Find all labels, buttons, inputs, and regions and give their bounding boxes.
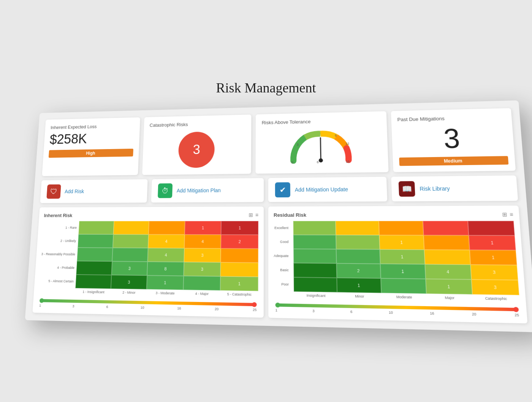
svg-text:15: 15	[346, 160, 350, 164]
heat-cell: 3	[184, 262, 221, 276]
add-risk-button[interactable]: 🛡 Add Risk	[40, 179, 147, 203]
heat-cell	[336, 235, 380, 249]
heat-cell: 1	[426, 279, 472, 294]
heat-cell: 3	[470, 265, 518, 280]
y-label-basic: Basic	[274, 263, 291, 277]
heat-cell	[183, 276, 220, 290]
residual-grid-wrapper: Poor Basic Adequate Good Excellent	[274, 221, 520, 304]
inherent-menu-icon[interactable]: ≡	[255, 212, 258, 218]
heat-cell	[77, 248, 112, 261]
svg-text:12: 12	[345, 142, 350, 146]
heat-cell	[424, 249, 470, 264]
heat-cell: 1	[469, 235, 516, 250]
heat-cell: 1	[221, 221, 258, 235]
heat-cell	[468, 221, 515, 235]
kpi-catastrophic: Catastrophic Risks 3	[142, 114, 252, 175]
past-due-label: Past Due Mitigations	[397, 114, 505, 122]
residual-heatmap-title: Residual Risk	[274, 212, 306, 218]
residual-y-labels: Poor Basic Adequate Good Excellent	[274, 221, 294, 300]
heat-cell: 3	[471, 280, 519, 295]
heatmap-row: Inherent Risk ⊞ ≡ 5 - Almost Certain 4 -…	[32, 206, 527, 324]
inherent-row-1: 3 1 1	[75, 275, 258, 291]
dashboard-board: Inherent Expected Loss $258K High Catast…	[25, 100, 532, 332]
heat-cell: 3	[111, 261, 147, 275]
y-label-4: 4 - Probable	[40, 261, 75, 274]
svg-text:9: 9	[335, 134, 337, 138]
heat-cell	[75, 275, 111, 289]
heat-cell	[112, 234, 149, 248]
residual-row-excellent: 1 1 3	[293, 277, 519, 295]
heat-cell	[293, 277, 337, 292]
add-mitigation-update-button[interactable]: ✔ Add Mitigation Update	[268, 177, 387, 202]
heat-cell: 8	[147, 262, 184, 276]
x-label-1: 1 - Insignificant	[76, 290, 111, 294]
inherent-slider[interactable]: 1 3 6 10 16 20 25	[38, 299, 258, 312]
past-due-status: Medium	[399, 156, 508, 166]
residual-row-poor	[293, 221, 515, 235]
heat-cell: 2	[336, 264, 381, 278]
inherent-loss-label: Inherent Expected Loss	[51, 123, 135, 130]
inherent-slider-right	[252, 302, 256, 307]
heat-cell: 1	[380, 264, 425, 279]
inherent-x-labels: 1 - Insignificant 2 - Minor 3 - Moderate…	[75, 290, 258, 297]
residual-table-icon[interactable]: ⊞	[502, 211, 508, 218]
kpi-risks-tolerance: Risks Above Tolerance 0 3	[256, 111, 388, 173]
heat-cell: 2	[221, 235, 258, 249]
svg-text:0: 0	[291, 160, 293, 164]
residual-grid: 1 1 1 1	[293, 221, 520, 304]
add-mitigation-update-label: Add Mitigation Update	[295, 186, 348, 193]
add-risk-label: Add Risk	[65, 189, 84, 194]
y-label-3: 3 - Reasonably Possible	[41, 247, 76, 261]
risk-library-button[interactable]: 📖 Risk Library	[391, 175, 518, 201]
residual-menu-icon[interactable]: ≡	[510, 211, 513, 218]
inherent-heatmap-title: Inherent Risk	[44, 213, 73, 218]
residual-heatmap-header: Residual Risk ⊞ ≡	[274, 211, 513, 218]
rx-label-1: Insignificant	[294, 293, 338, 298]
kpi-past-due: Past Due Mitigations 3 Medium	[391, 108, 516, 172]
inherent-row-4: 4 4 2	[78, 234, 258, 249]
heat-cell: 4	[184, 235, 221, 249]
y-label-5: 5 - Almost Certain	[39, 274, 74, 288]
gauge-svg: 0 3 6 9 12 15	[287, 126, 356, 164]
heat-cell: 1	[470, 250, 517, 265]
heat-cell: 4	[425, 264, 471, 280]
y-label-excellent: Excellent	[274, 221, 291, 235]
y-label-poor: Poor	[274, 277, 291, 291]
heat-cell: 1	[380, 249, 425, 264]
rx-label-2: Minor	[337, 294, 382, 299]
residual-heatmap-controls: ⊞ ≡	[502, 211, 513, 218]
heat-cell	[423, 221, 469, 235]
action-row: 🛡 Add Risk ⏱ Add Mitigation Plan ✔ Add M…	[40, 175, 518, 203]
heat-cell: 3	[184, 248, 221, 262]
kpi-row: Inherent Expected Loss $258K High Catast…	[42, 108, 516, 176]
heat-cell	[113, 221, 149, 234]
gauge-chart: 0 3 6 9 12 15	[262, 126, 382, 165]
inherent-loss-value: $258K	[49, 131, 134, 146]
inherent-row-2: 3 8 3	[76, 261, 258, 277]
y-label-2: 2 - Unlikely	[42, 234, 76, 248]
y-label-good: Good	[274, 235, 291, 249]
heat-cell	[379, 221, 424, 235]
heat-cell: 1	[185, 221, 222, 235]
inherent-table-icon[interactable]: ⊞	[249, 212, 253, 218]
residual-row-basic: 1 1	[293, 235, 516, 250]
residual-slider[interactable]: 1 3 6 10 16 20 25	[274, 303, 521, 318]
heat-cell	[78, 221, 114, 234]
heat-cell	[78, 234, 113, 248]
residual-slider-left	[276, 303, 280, 308]
heat-cell	[293, 221, 336, 235]
heat-cell	[149, 221, 185, 235]
svg-text:6: 6	[317, 160, 318, 164]
inherent-grid-wrapper: 5 - Almost Certain 4 - Probable 3 - Reas…	[39, 221, 259, 299]
add-risk-icon: 🛡	[46, 184, 61, 199]
heat-cell	[293, 249, 336, 263]
add-mitigation-plan-icon: ⏱	[158, 183, 173, 198]
add-mitigation-update-icon: ✔	[275, 182, 290, 197]
catastrophic-label: Catastrophic Risks	[150, 122, 188, 128]
svg-line-0	[320, 138, 321, 160]
add-mitigation-plan-button[interactable]: ⏱ Add Mitigation Plan	[151, 178, 264, 202]
y-label-adequate: Adequate	[274, 249, 291, 263]
add-mitigation-plan-label: Add Mitigation Plan	[177, 187, 221, 194]
inherent-heatmap-card: Inherent Risk ⊞ ≡ 5 - Almost Certain 4 -…	[32, 207, 264, 318]
residual-heatmap-card: Residual Risk ⊞ ≡ Poor Basic Adequate Go…	[268, 206, 527, 324]
